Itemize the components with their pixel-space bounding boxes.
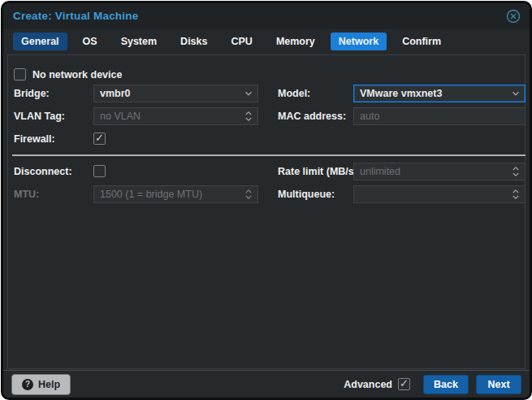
wizard-tabs: General OS System Disks CPU Memory Netwo… — [3, 29, 530, 54]
model-combobox[interactable] — [353, 85, 526, 102]
vlan-tag-label: VLAN Tag: — [14, 107, 91, 125]
next-button[interactable]: Next — [476, 375, 521, 394]
help-button[interactable]: ? Help — [11, 374, 71, 395]
back-button[interactable]: Back — [423, 375, 469, 394]
dialog-titlebar: Create: Virtual Machine — [3, 3, 530, 29]
tab-system[interactable]: System — [113, 33, 165, 50]
tab-cpu[interactable]: CPU — [223, 33, 260, 50]
disconnect-checkbox[interactable] — [93, 165, 106, 177]
advanced-checkbox[interactable]: ✓ — [398, 378, 410, 390]
bridge-label: Bridge: — [14, 85, 91, 102]
spinner-arrows-icon[interactable] — [243, 107, 254, 125]
vlan-tag-spinner[interactable] — [93, 107, 258, 125]
tab-memory[interactable]: Memory — [268, 33, 323, 50]
no-network-device-label: No network device — [32, 69, 122, 80]
create-vm-dialog: Create: Virtual Machine General OS Syste… — [1, 1, 532, 400]
dialog-title: Create: Virtual Machine — [13, 3, 138, 29]
dialog-footer: ? Help Advanced ✓ Back Next — [3, 370, 530, 398]
disconnect-ratelimit-row: Disconnect: Rate limit (MB/s): — [8, 163, 525, 180]
multiqueue-spinner[interactable] — [353, 185, 526, 203]
mtu-spinner — [93, 185, 258, 203]
firewall-row: Firewall: ✓ — [8, 130, 525, 148]
rate-limit-label: Rate limit (MB/s): — [278, 163, 353, 180]
bridge-input[interactable] — [93, 85, 258, 102]
mac-address-label: MAC address: — [278, 107, 353, 125]
no-network-device-row: No network device — [8, 66, 525, 84]
firewall-checkbox[interactable]: ✓ — [93, 133, 106, 145]
disconnect-label: Disconnect: — [14, 163, 91, 180]
tab-disks[interactable]: Disks — [172, 33, 215, 50]
network-form-panel: No network device Bridge: Model: VLAN T — [7, 54, 526, 369]
chevron-down-icon[interactable] — [510, 85, 521, 102]
question-icon: ? — [22, 379, 33, 390]
check-icon: ✓ — [400, 377, 409, 389]
mac-address-field[interactable] — [353, 107, 526, 125]
advanced-section-divider — [12, 154, 526, 156]
spinner-arrows-icon[interactable] — [510, 185, 521, 203]
rate-limit-input[interactable] — [353, 163, 526, 180]
mtu-label: MTU: — [14, 185, 91, 203]
multiqueue-label: Multiqueue: — [278, 185, 353, 203]
no-network-device-checkbox[interactable] — [14, 68, 26, 80]
model-label: Model: — [278, 85, 353, 102]
mtu-multiqueue-row: MTU: Multiqueue: — [8, 185, 525, 203]
mac-address-input[interactable] — [353, 107, 526, 125]
vlan-mac-row: VLAN Tag: MAC address: — [8, 107, 525, 125]
close-icon[interactable] — [506, 9, 521, 24]
multiqueue-input[interactable] — [353, 185, 526, 203]
vlan-tag-input[interactable] — [93, 107, 258, 125]
model-input[interactable] — [353, 85, 526, 102]
bridge-model-row: Bridge: Model: — [8, 85, 525, 102]
mtu-input — [93, 185, 258, 203]
advanced-label: Advanced — [344, 379, 392, 390]
chevron-down-icon[interactable] — [243, 85, 254, 102]
rate-limit-spinner[interactable] — [353, 163, 526, 180]
bridge-combobox[interactable] — [93, 85, 258, 102]
tab-os[interactable]: OS — [75, 33, 106, 50]
firewall-label: Firewall: — [14, 130, 91, 148]
help-button-label: Help — [38, 379, 60, 390]
spinner-arrows-icon[interactable] — [510, 163, 521, 180]
check-icon: ✓ — [95, 132, 104, 144]
spinner-arrows-icon — [243, 185, 254, 203]
tab-network[interactable]: Network — [331, 33, 387, 50]
tab-confirm[interactable]: Confirm — [394, 33, 449, 50]
tab-general[interactable]: General — [13, 33, 67, 50]
